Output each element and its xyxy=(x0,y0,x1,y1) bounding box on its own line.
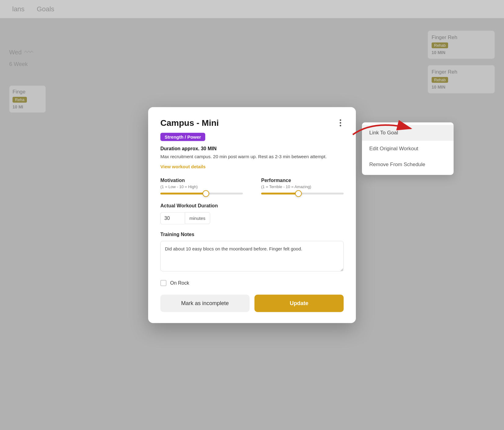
performance-sublabel: (1 = Terrible - 10 = Amazing) xyxy=(261,184,344,189)
training-notes-label: Training Notes xyxy=(160,231,344,237)
dropdown-item-remove-from-schedule[interactable]: Remove From Schedule xyxy=(362,157,454,173)
on-rock-row: On Rock xyxy=(160,280,344,286)
motivation-label: Motivation xyxy=(160,177,243,183)
actual-duration-label: Actual Workout Duration xyxy=(160,203,344,208)
sliders-row: Motivation (1 = Low - 10 = High) Perform… xyxy=(160,177,344,194)
motivation-slider-group: Motivation (1 = Low - 10 = High) xyxy=(160,177,243,194)
duration-section: Actual Workout Duration minutes xyxy=(160,203,344,224)
duration-unit: minutes xyxy=(185,212,210,224)
motivation-thumb[interactable] xyxy=(203,190,209,197)
modal-wrapper: Campus - Mini Strength / Power Duration … xyxy=(148,107,356,323)
update-button[interactable]: Update xyxy=(254,294,344,312)
duration-input[interactable] xyxy=(160,212,185,224)
view-details-link[interactable]: View workout details xyxy=(160,164,206,169)
modal-title: Campus - Mini xyxy=(160,118,219,128)
motivation-track[interactable] xyxy=(160,192,243,194)
performance-track-fill xyxy=(261,192,298,194)
performance-track[interactable] xyxy=(261,192,344,194)
buttons-row: Mark as incomplete Update xyxy=(160,294,344,312)
modal-header: Campus - Mini xyxy=(160,118,344,128)
on-rock-label: On Rock xyxy=(170,280,189,286)
dot-2 xyxy=(340,122,341,124)
notes-section: Training Notes Did about 10 easy blocs o… xyxy=(160,231,344,272)
dot-1 xyxy=(340,119,341,121)
dot-3 xyxy=(340,125,341,126)
workout-type-badge: Strength / Power xyxy=(160,133,205,141)
mark-incomplete-button[interactable]: Mark as incomplete xyxy=(160,294,250,312)
training-notes-textarea[interactable]: Did about 10 easy blocs on the moonboard… xyxy=(160,241,344,271)
dropdown-menu: Link To Goal Edit Original Workout Remov… xyxy=(362,122,454,175)
performance-label: Performance xyxy=(261,177,344,183)
description-text: Max recruitment campus. 20 min post warm… xyxy=(160,153,344,160)
motivation-track-fill xyxy=(160,192,206,194)
dropdown-item-link-to-goal[interactable]: Link To Goal xyxy=(362,125,454,141)
duration-text: Duration approx. 30 MIN xyxy=(160,146,344,151)
duration-inputs: minutes xyxy=(160,212,344,224)
three-dots-button[interactable] xyxy=(337,118,344,128)
workout-modal: Campus - Mini Strength / Power Duration … xyxy=(148,107,356,323)
performance-slider-group: Performance (1 = Terrible - 10 = Amazing… xyxy=(261,177,344,194)
performance-thumb[interactable] xyxy=(295,190,302,197)
on-rock-checkbox[interactable] xyxy=(160,280,166,286)
dropdown-item-edit-original[interactable]: Edit Original Workout xyxy=(362,141,454,157)
motivation-sublabel: (1 = Low - 10 = High) xyxy=(160,184,243,189)
